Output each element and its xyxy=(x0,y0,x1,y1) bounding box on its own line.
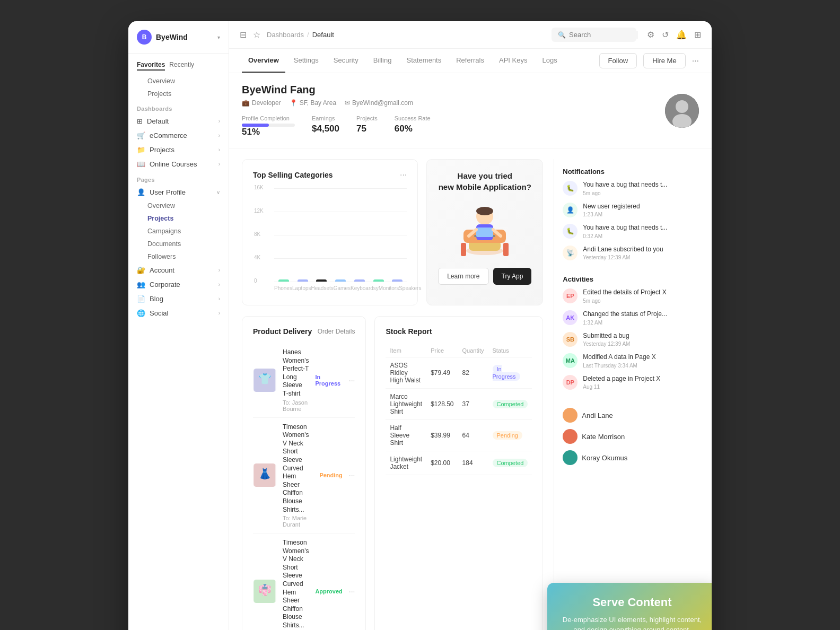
logo-avatar: B xyxy=(137,30,152,45)
sidebar-tab-favorites[interactable]: Favorites xyxy=(137,60,165,71)
more-options-icon[interactable]: ··· xyxy=(692,56,699,66)
y-label-16k: 16K xyxy=(254,185,264,190)
delivery-status-1: In Progress xyxy=(315,374,342,387)
sidebar-item-social[interactable]: 🌐 Social › xyxy=(128,306,229,320)
stat-success-rate: Success Rate 60% xyxy=(395,115,431,137)
chevron-down-icon-profile: ∨ xyxy=(216,189,220,195)
courses-icon: 📖 xyxy=(137,160,145,168)
search-input[interactable] xyxy=(569,31,638,39)
breadcrumb-root[interactable]: Dashboards xyxy=(267,31,304,39)
sidebar-toggle-icon[interactable]: ⊟ xyxy=(240,30,247,40)
user-profile-icon: 👤 xyxy=(137,188,145,196)
sidebar-item-ecommerce[interactable]: 🛒 eCommerce › xyxy=(128,128,229,143)
sidebar-item-account[interactable]: 🔐 Account › xyxy=(128,263,229,277)
email-icon: ✉ xyxy=(345,99,350,107)
sidebar-sub-projects[interactable]: Projects xyxy=(128,212,229,225)
x-label-keyboards: Keyboardsy xyxy=(351,285,379,291)
sidebar-item-projects-dash[interactable]: 📁 Projects › xyxy=(128,143,229,157)
delivery-more-2[interactable]: ··· xyxy=(349,471,355,479)
bell-icon[interactable]: 🔔 xyxy=(676,30,687,40)
delivery-more-1[interactable]: ··· xyxy=(349,376,355,384)
sidebar-item-projects-fav[interactable]: Projects xyxy=(128,88,229,100)
sidebar-logo[interactable]: B ByeWind ▾ xyxy=(128,30,229,54)
sidebar-label-user-profile: User Profile xyxy=(150,188,186,196)
avatar-svg xyxy=(665,94,699,128)
breadcrumb-current[interactable]: Default xyxy=(312,31,334,39)
sidebar-sub-documents[interactable]: Documents xyxy=(128,238,229,250)
history-icon[interactable]: ↺ xyxy=(662,30,669,40)
stock-price-3: $20.00 xyxy=(426,451,458,475)
sidebar-sub-overview[interactable]: Overview xyxy=(128,199,229,212)
ecommerce-icon: 🛒 xyxy=(137,132,145,139)
sidebar-item-corporate[interactable]: 👥 Corporate › xyxy=(128,277,229,292)
sidebar-item-online-courses[interactable]: 📖 Online Courses › xyxy=(128,157,229,171)
sidebar-sub-followers[interactable]: Followers xyxy=(128,250,229,263)
tab-referrals[interactable]: Referrals xyxy=(450,49,491,73)
star-icon[interactable]: ☆ xyxy=(253,30,260,40)
notif-time-0: 5m ago xyxy=(583,190,667,196)
profile-section: ByeWind Fang 💼 Developer 📍 SF, Bay Area … xyxy=(229,73,712,148)
sidebar-item-blog[interactable]: 📄 Blog › xyxy=(128,292,229,306)
chart-x-labels: Phones Laptops Headsets Games Keyboardsy… xyxy=(274,282,407,294)
notif-item-0: 🐛 You have a bug that needs t... 5m ago xyxy=(563,181,672,196)
order-details-link[interactable]: Order Details xyxy=(318,328,355,335)
projects-icon: 📁 xyxy=(137,146,145,154)
user-avatar-0 xyxy=(563,408,578,423)
tab-logs[interactable]: Logs xyxy=(536,49,563,73)
svg-rect-6 xyxy=(461,243,466,256)
chevron-right-icon-4: › xyxy=(218,161,220,167)
activity-item-0: EP Edited the details of Project X 5m ag… xyxy=(563,288,672,304)
notif-msg-0: You have a bug that needs t... xyxy=(583,181,667,189)
follow-button[interactable]: Follow xyxy=(599,53,637,68)
dashboard-icon: ⊞ xyxy=(137,117,143,125)
mobile-app-buttons: Learn more Try App xyxy=(438,268,532,285)
notif-text-3: Andi Lane subscribed to you Yesterday 12… xyxy=(583,246,663,261)
notifications-title: Notifications xyxy=(563,168,672,176)
chart-card: Top Selling Categories ··· 16K 12K 8K 4K… xyxy=(242,159,418,305)
stock-qty-2: 64 xyxy=(458,420,488,451)
settings-icon[interactable]: ⚙ xyxy=(647,30,654,40)
profile-name: ByeWind Fang xyxy=(242,84,665,96)
activity-time-1: 1:32 AM xyxy=(583,320,667,326)
mobile-app-card: Have you triednew Mobile Application? xyxy=(426,159,543,305)
tab-security[interactable]: Security xyxy=(327,49,365,73)
sidebar-item-overview[interactable]: Overview xyxy=(128,75,229,88)
tab-overview[interactable]: Overview xyxy=(242,49,285,73)
try-app-button[interactable]: Try App xyxy=(493,268,532,285)
sidebar-sub-campaigns[interactable]: Campaigns xyxy=(128,225,229,238)
breadcrumb-sep: / xyxy=(307,31,309,39)
stock-price-0: $79.49 xyxy=(426,357,458,389)
stock-header-row: Item Price Quantity Status xyxy=(386,344,532,357)
activity-item-2: SB Submitted a bug Yesterday 12:39 AM xyxy=(563,332,672,347)
stock-badge-3: Competed xyxy=(493,459,528,467)
tab-api-keys[interactable]: API Keys xyxy=(493,49,533,73)
grid-icon[interactable]: ⊞ xyxy=(694,30,701,40)
learn-more-button[interactable]: Learn more xyxy=(438,268,488,285)
user-row-0: Andi Lane xyxy=(563,405,672,426)
user-row-2: Koray Okumus xyxy=(563,447,672,468)
activity-item-4: DP Deleted a page in Project X Aug 11 xyxy=(563,375,672,390)
sidebar-item-user-profile[interactable]: 👤 User Profile ∨ xyxy=(128,185,229,199)
notif-time-2: 0:32 AM xyxy=(583,233,667,239)
svg-rect-7 xyxy=(503,243,509,256)
stock-row-1: Marco Lightweight Shirt $128.50 37 Compe… xyxy=(386,389,532,420)
sidebar-tabs: Favorites Recently xyxy=(128,60,229,75)
tab-billing[interactable]: Billing xyxy=(367,49,398,73)
product-img-3: 👘 xyxy=(254,580,275,603)
stock-qty-3: 184 xyxy=(458,451,488,475)
notif-msg-1: New user registered xyxy=(583,203,640,211)
chart-more-icon[interactable]: ··· xyxy=(400,170,407,180)
sidebar-tab-recently[interactable]: Recently xyxy=(169,60,194,71)
activity-text-0: Edited the details of Project X 5m ago xyxy=(583,288,666,304)
delivery-more-3[interactable]: ··· xyxy=(349,587,355,596)
x-label-phones: Phones xyxy=(274,285,292,291)
stock-item-0: ASOS Ridley High Waist xyxy=(386,357,426,389)
tab-settings[interactable]: Settings xyxy=(287,49,325,73)
stock-table: Item Price Quantity Status ASOS Ridley H… xyxy=(386,344,532,475)
sidebar-item-default[interactable]: ⊞ Default › xyxy=(128,114,229,128)
delivery-header: Product Delivery Order Details xyxy=(253,327,355,336)
activity-text-3: Modified A data in Page X Last Thursday … xyxy=(583,353,655,369)
hire-me-button[interactable]: Hire Me xyxy=(643,53,686,68)
notif-text-1: New user registered 1:23 AM xyxy=(583,203,640,218)
tab-statements[interactable]: Statements xyxy=(400,49,448,73)
